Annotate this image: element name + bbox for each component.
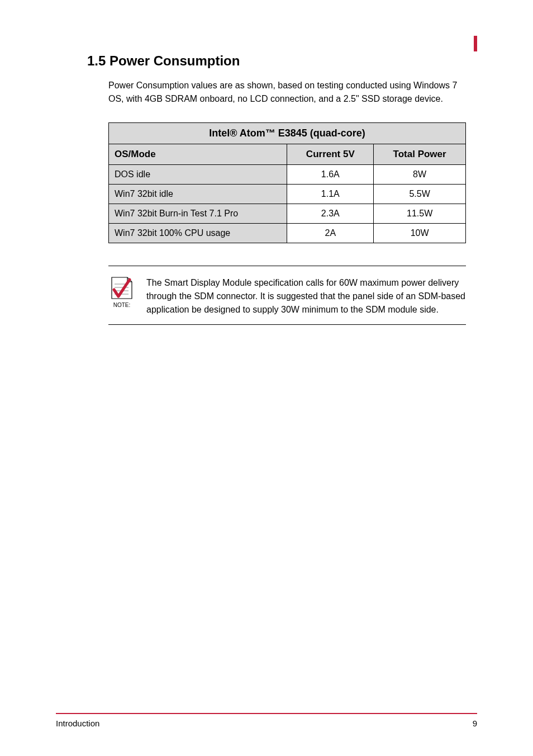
cell-power: 5.5W <box>374 185 466 204</box>
page-footer: Introduction 9 <box>56 713 477 728</box>
section-intro: Power Consumption values are as shown, b… <box>108 79 466 106</box>
note-section: NOTE: The Smart Display Module specifica… <box>108 266 466 325</box>
note-icon-wrap: NOTE: <box>108 274 135 308</box>
cell-current: 2A <box>287 224 374 243</box>
cell-current: 2.3A <box>287 204 374 224</box>
cell-power: 10W <box>374 224 466 243</box>
note-checkmark-icon <box>108 274 135 301</box>
header-current: Current 5V <box>287 144 374 165</box>
note-label: NOTE: <box>113 302 131 308</box>
page-header-marker <box>474 36 477 51</box>
table-row: Win7 32bit 100% CPU usage 2A 10W <box>109 224 466 243</box>
table-title-row: Intel® Atom™ E3845 (quad-core) <box>109 123 466 144</box>
section-title-text: Power Consumption <box>110 53 240 68</box>
cell-current: 1.1A <box>287 185 374 204</box>
note-text: The Smart Display Module specification c… <box>146 274 466 316</box>
footer-section-name: Introduction <box>56 719 99 728</box>
table-row: DOS idle 1.6A 8W <box>109 165 466 185</box>
power-consumption-table: Intel® Atom™ E3845 (quad-core) OS/Mode C… <box>108 122 466 243</box>
header-os-mode: OS/Mode <box>109 144 287 165</box>
section-number: 1.5 <box>87 53 106 68</box>
cell-os-mode: DOS idle <box>109 165 287 185</box>
cell-os-mode: Win7 32bit Burn-in Test 7.1 Pro <box>109 204 287 224</box>
cell-os-mode: Win7 32bit idle <box>109 185 287 204</box>
table-row: Win7 32bit Burn-in Test 7.1 Pro 2.3A 11.… <box>109 204 466 224</box>
footer-page-number: 9 <box>473 719 477 728</box>
table-title: Intel® Atom™ E3845 (quad-core) <box>109 123 466 144</box>
cell-power: 11.5W <box>374 204 466 224</box>
cell-current: 1.6A <box>287 165 374 185</box>
cell-os-mode: Win7 32bit 100% CPU usage <box>109 224 287 243</box>
section-title: 1.5 Power Consumption <box>87 53 477 69</box>
cell-power: 8W <box>374 165 466 185</box>
table-header-row: OS/Mode Current 5V Total Power <box>109 144 466 165</box>
header-power: Total Power <box>374 144 466 165</box>
table-row: Win7 32bit idle 1.1A 5.5W <box>109 185 466 204</box>
